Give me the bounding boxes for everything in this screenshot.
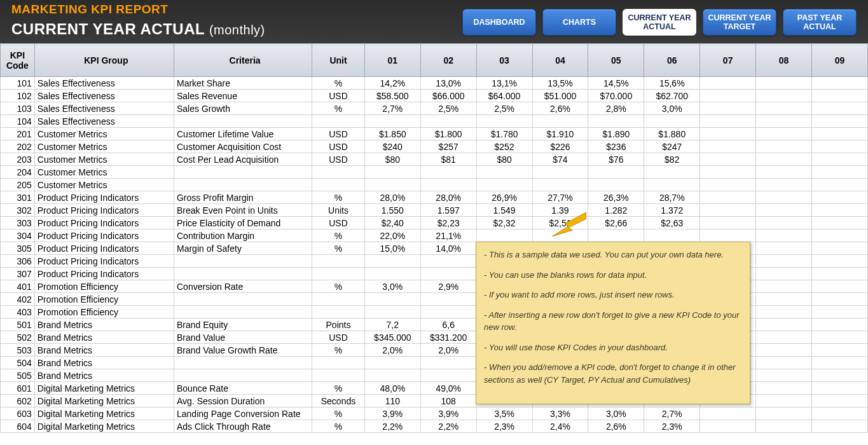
cell[interactable]	[811, 217, 867, 229]
cell[interactable]	[174, 357, 312, 369]
cell[interactable]	[756, 420, 812, 433]
cell[interactable]: Product Pricing Indicators	[34, 268, 174, 280]
cell[interactable]: Brand Metrics	[34, 331, 174, 344]
cell[interactable]: Customer Metrics	[34, 179, 174, 191]
cell[interactable]: 13,5%	[532, 77, 588, 90]
cell[interactable]: $252	[476, 140, 532, 153]
cell[interactable]: 2,5%	[420, 102, 476, 115]
cell[interactable]: 402	[1, 293, 35, 306]
cell[interactable]	[811, 357, 867, 369]
cell[interactable]: 2,6%	[588, 420, 644, 433]
cell[interactable]	[312, 255, 365, 268]
cell[interactable]	[811, 128, 867, 140]
cell[interactable]: $2,23	[420, 217, 476, 229]
cell[interactable]	[811, 331, 867, 344]
cell[interactable]: $1.800	[420, 128, 476, 140]
cell[interactable]: 2,8%	[588, 102, 644, 115]
cell[interactable]	[476, 229, 532, 242]
cell[interactable]	[312, 179, 365, 191]
cell[interactable]	[420, 268, 476, 280]
cell[interactable]: 1.597	[420, 204, 476, 217]
cell[interactable]: 1.549	[476, 204, 532, 217]
cell[interactable]: 403	[1, 306, 35, 318]
cell[interactable]	[811, 344, 867, 357]
cell[interactable]	[532, 229, 588, 242]
cell[interactable]: Price Elasticity of Demand	[174, 217, 312, 229]
cell[interactable]: 1.550	[364, 204, 420, 217]
cell[interactable]: $1.780	[476, 128, 532, 140]
cell[interactable]: 15,0%	[364, 242, 420, 255]
cell[interactable]: %	[312, 344, 365, 357]
cell[interactable]: 2,0%	[420, 344, 476, 357]
cell[interactable]: 2,6%	[532, 102, 588, 115]
cell[interactable]	[532, 166, 588, 179]
cell[interactable]: Landing Page Conversion Rate	[174, 407, 312, 420]
cell[interactable]	[420, 369, 476, 382]
cell[interactable]: $81	[420, 153, 476, 166]
cell[interactable]: $2,51	[532, 217, 588, 229]
cell[interactable]: Customer Metrics	[34, 166, 174, 179]
cell[interactable]	[364, 268, 420, 280]
cell[interactable]	[420, 293, 476, 306]
cell[interactable]: 26,3%	[588, 191, 644, 204]
cell[interactable]: 2,2%	[420, 420, 476, 433]
cell[interactable]	[756, 382, 812, 395]
cell[interactable]: %	[312, 420, 365, 433]
cell[interactable]	[364, 179, 420, 191]
cell[interactable]: Digital Marketing Metrics	[34, 382, 174, 395]
cell[interactable]: 2,4%	[532, 420, 588, 433]
cell[interactable]: 304	[1, 229, 35, 242]
cell[interactable]: USD	[312, 90, 365, 102]
cell[interactable]: Brand Metrics	[34, 357, 174, 369]
cell[interactable]	[312, 293, 365, 306]
cell[interactable]	[756, 140, 812, 153]
cell[interactable]	[420, 115, 476, 128]
cell[interactable]	[174, 255, 312, 268]
cell[interactable]	[588, 179, 644, 191]
cell[interactable]	[756, 318, 812, 331]
cell[interactable]	[476, 179, 532, 191]
cell[interactable]	[756, 204, 812, 217]
cell[interactable]: $80	[476, 153, 532, 166]
column-header[interactable]: 03	[476, 44, 532, 77]
cell[interactable]: %	[312, 229, 365, 242]
cell[interactable]: 2,7%	[364, 102, 420, 115]
cell[interactable]	[756, 344, 812, 357]
cell[interactable]	[756, 229, 812, 242]
cell[interactable]: %	[312, 242, 365, 255]
cell[interactable]	[756, 90, 812, 102]
cell[interactable]: 3,0%	[588, 407, 644, 420]
cell[interactable]: $51.000	[532, 90, 588, 102]
cell[interactable]	[756, 102, 812, 115]
cell[interactable]	[811, 166, 867, 179]
cell[interactable]: 110	[364, 395, 420, 407]
cell[interactable]: %	[312, 77, 365, 90]
cell[interactable]	[811, 306, 867, 318]
cell[interactable]: Product Pricing Indicators	[34, 204, 174, 217]
cell[interactable]	[588, 229, 644, 242]
cell[interactable]: 3,0%	[644, 102, 700, 115]
cell[interactable]	[588, 115, 644, 128]
cell[interactable]	[811, 102, 867, 115]
cell[interactable]: 2,2%	[364, 420, 420, 433]
cell[interactable]	[476, 115, 532, 128]
cell[interactable]: %	[312, 407, 365, 420]
cell[interactable]	[420, 357, 476, 369]
cell[interactable]	[174, 369, 312, 382]
cell[interactable]: USD	[312, 128, 365, 140]
cell[interactable]	[420, 306, 476, 318]
cell[interactable]: Digital Marketing Metrics	[34, 395, 174, 407]
column-header[interactable]: 05	[588, 44, 644, 77]
cell[interactable]	[312, 306, 365, 318]
cell[interactable]: 505	[1, 369, 35, 382]
column-header[interactable]: KPICode	[1, 44, 35, 77]
cell[interactable]: Units	[312, 204, 365, 217]
cell[interactable]	[174, 166, 312, 179]
cell[interactable]: 305	[1, 242, 35, 255]
cell[interactable]: %	[312, 102, 365, 115]
cell[interactable]: Product Pricing Indicators	[34, 242, 174, 255]
nav-button-current-year-target[interactable]: CURRENT YEAR TARGET	[703, 9, 776, 36]
cell[interactable]: $1.890	[588, 128, 644, 140]
cell[interactable]	[420, 166, 476, 179]
cell[interactable]: Customer Metrics	[34, 153, 174, 166]
